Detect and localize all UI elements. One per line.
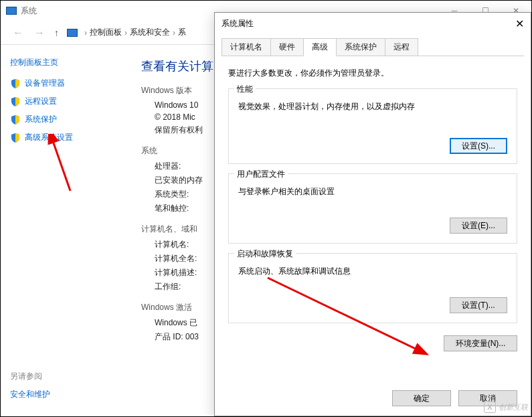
intro-text: 要进行大多数更改，你必须作为管理员登录。	[228, 68, 517, 79]
main-content: 查看有关计算 Windows 版本 Windows 10 © 2018 Mic …	[135, 45, 220, 416]
crumb-system[interactable]: 系	[178, 27, 186, 38]
tab-protection[interactable]: 系统保护	[336, 38, 385, 56]
profiles-group: 用户配置文件 与登录帐户相关的桌面设置 设置(E)...	[228, 173, 517, 244]
dialog-content: 要进行大多数更改，你必须作为管理员登录。 性能 视觉效果，处理器计划，内存使用，…	[215, 57, 531, 369]
pen-label: 笔和触控:	[155, 203, 213, 214]
performance-desc: 视觉效果，处理器计划，内存使用，以及虚拟内存	[238, 101, 507, 112]
shield-icon	[10, 133, 21, 143]
profiles-legend: 用户配置文件	[234, 169, 288, 180]
edition-header: Windows 版本	[141, 85, 213, 96]
sidebar-item-label: 系统保护	[25, 114, 57, 125]
activation-line: Windows 已	[155, 317, 213, 329]
chevron-right-icon: ›	[84, 28, 87, 37]
performance-settings-button[interactable]: 设置(S)...	[450, 138, 507, 154]
tab-hardware[interactable]: 硬件	[270, 38, 304, 56]
system-header: 系统	[141, 145, 213, 157]
activation-header: Windows 激活	[141, 302, 213, 313]
profiles-settings-button[interactable]: 设置(E)...	[450, 218, 507, 234]
sidebar-item-label: 设备管理器	[25, 78, 65, 89]
pcfull-label: 计算机全名:	[155, 253, 213, 264]
pcname-label: 计算机名:	[155, 239, 213, 250]
sidebar: 控制面板主页 设备管理器 远程设置 系统保护 高级系统设置 另请参阅 安全和维护	[1, 45, 135, 416]
ram-label: 已安装的内存	[155, 175, 213, 186]
sidebar-item-remote[interactable]: 远程设置	[10, 96, 125, 107]
ok-button[interactable]: 确定	[392, 390, 451, 406]
crumb-security[interactable]: 系统和安全	[130, 27, 170, 38]
tab-advanced[interactable]: 高级	[303, 38, 337, 56]
up-button[interactable]: ↑	[54, 27, 59, 38]
shield-icon	[10, 114, 21, 125]
chevron-right-icon: ›	[173, 28, 175, 37]
sidebar-home-link[interactable]: 控制面板主页	[10, 57, 125, 68]
profiles-desc: 与登录帐户相关的桌面设置	[238, 186, 507, 197]
see-also-link[interactable]: 安全和维护	[10, 390, 50, 399]
startup-group: 启动和故障恢复 系统启动、系统故障和调试信息 设置(T)...	[228, 253, 517, 323]
forward-button[interactable]: →	[34, 27, 45, 39]
system-properties-dialog: 系统属性 ✕ 计算机名 硬件 高级 系统保护 远程 要进行大多数更改，你必须作为…	[214, 12, 531, 416]
edition-value: Windows 10	[155, 100, 213, 110]
rights: 保留所有权利	[155, 124, 213, 136]
watermark-text: 创新互联	[499, 402, 528, 412]
see-also-header: 另请参阅	[10, 371, 125, 382]
shield-icon	[10, 96, 21, 107]
tab-remote[interactable]: 远程	[385, 38, 418, 56]
chevron-right-icon: ›	[124, 28, 127, 37]
workgroup-label: 工作组:	[155, 281, 213, 293]
page-heading: 查看有关计算	[141, 58, 213, 74]
systype-label: 系统类型:	[155, 189, 213, 200]
sidebar-item-label: 高级系统设置	[25, 132, 73, 143]
domain-header: 计算机名、域和	[141, 224, 213, 235]
startup-settings-button[interactable]: 设置(T)...	[450, 297, 507, 313]
bg-title: 系统	[21, 5, 37, 17]
shield-icon	[10, 78, 21, 89]
control-panel-icon	[67, 29, 78, 37]
pcdesc-label: 计算机描述:	[155, 267, 213, 278]
dialog-tabs: 计算机名 硬件 高级 系统保护 远程	[215, 34, 531, 56]
copyright: © 2018 Mic	[155, 112, 213, 122]
sidebar-item-protection[interactable]: 系统保护	[10, 114, 125, 125]
environment-variables-button[interactable]: 环境变量(N)...	[444, 335, 517, 351]
performance-legend: 性能	[234, 84, 256, 95]
tab-computer-name[interactable]: 计算机名	[221, 38, 271, 56]
dialog-close-button[interactable]: ✕	[515, 17, 524, 30]
system-icon	[6, 7, 17, 15]
cpu-label: 处理器:	[155, 161, 213, 172]
sidebar-item-advanced[interactable]: 高级系统设置	[10, 132, 125, 143]
watermark: X 创新互联	[484, 401, 528, 413]
product-id: 产品 ID: 003	[155, 331, 213, 343]
startup-legend: 启动和故障恢复	[234, 248, 296, 260]
sidebar-item-device-manager[interactable]: 设备管理器	[10, 78, 125, 89]
dialog-titlebar: 系统属性 ✕	[215, 13, 531, 34]
dialog-title: 系统属性	[221, 18, 254, 29]
startup-desc: 系统启动、系统故障和调试信息	[238, 266, 507, 277]
watermark-icon: X	[484, 401, 496, 413]
crumb-control-panel[interactable]: 控制面板	[90, 27, 122, 38]
back-button[interactable]: ←	[13, 27, 23, 39]
performance-group: 性能 视觉效果，处理器计划，内存使用，以及虚拟内存 设置(S)...	[228, 88, 517, 164]
sidebar-item-label: 远程设置	[25, 96, 57, 107]
see-also: 另请参阅 安全和维护	[10, 371, 125, 400]
